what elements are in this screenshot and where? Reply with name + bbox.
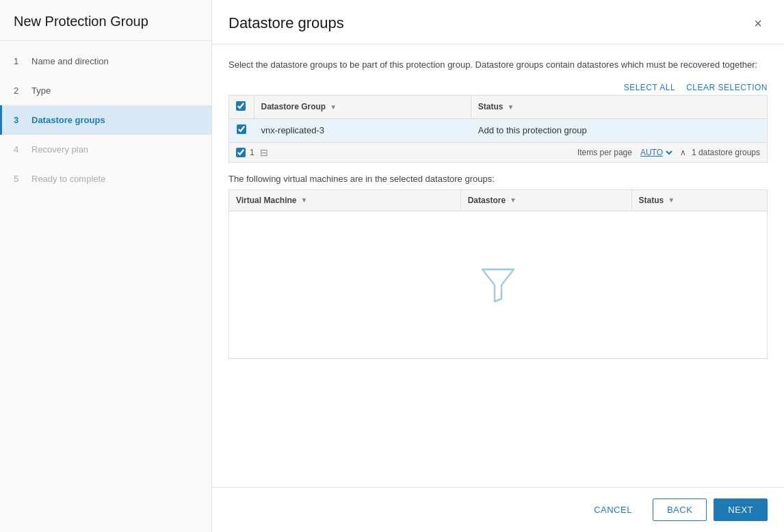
footer-checkbox[interactable] xyxy=(236,148,246,157)
footer-right: Items per page AUTO 10 25 50 ∧ 1 datasto… xyxy=(577,147,760,158)
table-footer: 1 ⊟ Items per page AUTO 10 25 50 ∧ 1 dat… xyxy=(228,143,768,163)
row-checkbox[interactable] xyxy=(237,124,246,134)
table-row[interactable]: vnx-replicated-3 Add to this protection … xyxy=(229,118,767,142)
step-num-3: 3 xyxy=(14,115,25,125)
row-checkbox-cell xyxy=(229,118,254,142)
vm-section-label: The following virtual machines are in th… xyxy=(228,174,768,184)
datastore-groups-table-wrapper: Datastore Group ▼ Status ▼ xyxy=(228,95,768,143)
header-status: Status ▼ xyxy=(471,96,767,119)
vm-table-wrapper: Virtual Machine ▼ Datastore ▼ xyxy=(228,189,768,359)
status-filter-icon[interactable]: ▼ xyxy=(507,103,514,111)
header-datastore-group: Datastore Group ▼ xyxy=(254,96,471,119)
sidebar-step-1[interactable]: 1 Name and direction xyxy=(0,46,211,76)
grid-icon: ⊟ xyxy=(260,147,268,158)
step-num-4: 4 xyxy=(14,144,25,155)
datastore-group-filter-icon[interactable]: ▼ xyxy=(330,103,337,111)
funnel-svg xyxy=(481,266,515,304)
step-num-2: 2 xyxy=(14,85,25,96)
dialog-footer: CANCEL BACK NEXT xyxy=(212,487,784,532)
empty-state xyxy=(229,239,767,331)
sidebar-step-5: 5 Ready to complete xyxy=(0,164,211,194)
header-checkbox-cell xyxy=(229,96,254,119)
table-toolbar: SELECT ALL CLEAR SELECTION xyxy=(228,83,768,92)
vm-empty-row xyxy=(229,211,767,358)
vm-header-virtual-machine: Virtual Machine ▼ xyxy=(229,190,460,211)
sidebar: New Protection Group 1 Name and directio… xyxy=(0,0,212,532)
clear-selection-button[interactable]: CLEAR SELECTION xyxy=(686,83,768,92)
step-label-4: Recovery plan xyxy=(31,144,88,155)
sidebar-step-3[interactable]: 3 Datastore groups xyxy=(0,105,211,135)
sidebar-steps: 1 Name and direction 2 Type 3 Datastore … xyxy=(0,41,211,532)
footer-left: 1 ⊟ xyxy=(236,147,268,158)
step-label-5: Ready to complete xyxy=(31,174,105,184)
next-button[interactable]: NEXT xyxy=(714,498,768,521)
chevron-up-icon: ∧ xyxy=(680,148,686,157)
main-header: Datastore groups × xyxy=(212,0,784,44)
datastore-groups-table: Datastore Group ▼ Status ▼ xyxy=(229,96,767,142)
step-num-1: 1 xyxy=(14,56,25,66)
datastore-filter-icon[interactable]: ▼ xyxy=(510,196,517,204)
footer-checkbox-wrap: 1 xyxy=(236,148,254,157)
vm-header-datastore: Datastore ▼ xyxy=(460,190,631,211)
step-label-1: Name and direction xyxy=(31,56,109,66)
main-title: Datastore groups xyxy=(228,14,344,32)
select-all-checkbox[interactable] xyxy=(236,101,246,111)
sidebar-title: New Protection Group xyxy=(0,0,211,41)
step-label-2: Type xyxy=(31,85,51,96)
vm-filter-icon[interactable]: ▼ xyxy=(300,196,307,204)
table-header-row: Datastore Group ▼ Status ▼ xyxy=(229,96,767,119)
step-label-3: Datastore groups xyxy=(31,115,105,125)
vm-header-row: Virtual Machine ▼ Datastore ▼ xyxy=(229,190,767,211)
per-page-select[interactable]: AUTO 10 25 50 xyxy=(638,147,675,158)
sidebar-step-2[interactable]: 2 Type xyxy=(0,76,211,105)
main-body: Select the datastore groups to be part o… xyxy=(212,44,784,487)
vm-table: Virtual Machine ▼ Datastore ▼ xyxy=(229,190,767,358)
vm-header-status: Status ▼ xyxy=(631,190,767,211)
main-content: Datastore groups × Select the datastore … xyxy=(212,0,784,532)
close-button[interactable]: × xyxy=(748,14,768,33)
vm-empty-state xyxy=(229,211,767,358)
cancel-button[interactable]: CANCEL xyxy=(580,499,646,520)
svg-marker-0 xyxy=(482,269,514,302)
funnel-icon xyxy=(481,266,515,304)
new-protection-group-dialog: New Protection Group 1 Name and directio… xyxy=(0,0,784,532)
vm-status-filter-icon[interactable]: ▼ xyxy=(668,196,675,204)
description-text: Select the datastore groups to be part o… xyxy=(228,58,768,72)
row-datastore-group: vnx-replicated-3 xyxy=(254,118,471,142)
datastore-groups-tbody: vnx-replicated-3 Add to this protection … xyxy=(229,118,767,142)
select-all-button[interactable]: SELECT ALL xyxy=(624,83,676,92)
sidebar-step-4: 4 Recovery plan xyxy=(0,135,211,164)
back-button[interactable]: BACK xyxy=(653,498,707,521)
step-num-5: 5 xyxy=(14,174,25,184)
vm-tbody xyxy=(229,211,767,358)
row-status: Add to this protection group xyxy=(471,118,767,142)
